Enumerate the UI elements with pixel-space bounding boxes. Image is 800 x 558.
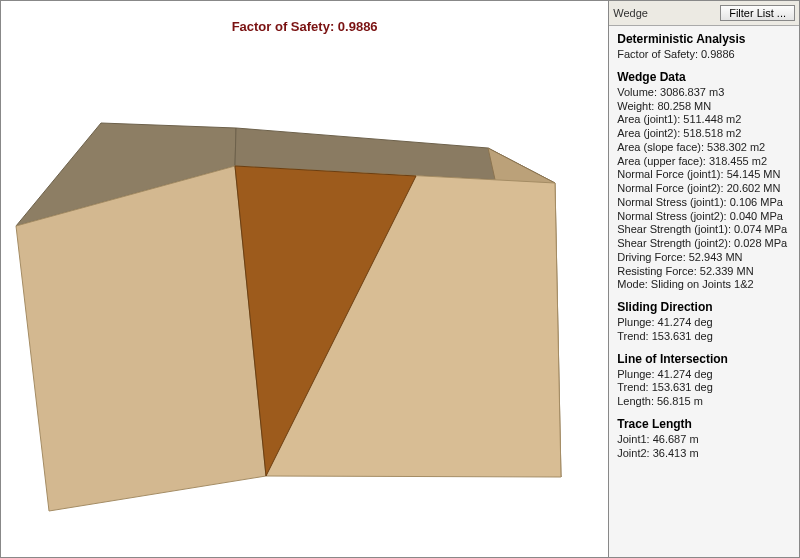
normal-force-joint2: Normal Force (joint2): 20.602 MN <box>617 182 793 196</box>
fos-value: Factor of Safety: 0.9886 <box>617 48 793 62</box>
info-panel-header: Wedge Filter List ... <box>609 1 799 26</box>
section-title-deterministic: Deterministic Analysis <box>617 32 793 47</box>
area-joint2: Area (joint2): 518.518 m2 <box>617 127 793 141</box>
trace-joint2: Joint2: 36.413 m <box>617 447 793 461</box>
normal-stress-joint1: Normal Stress (joint1): 0.106 MPa <box>617 196 793 210</box>
area-upper-face: Area (upper face): 318.455 m2 <box>617 155 793 169</box>
area-slope-face: Area (slope face): 538.302 m2 <box>617 141 793 155</box>
wedge-render <box>1 1 609 557</box>
shear-strength-joint1: Shear Strength (joint1): 0.074 MPa <box>617 223 793 237</box>
resisting-force: Resisting Force: 52.339 MN <box>617 265 793 279</box>
svg-marker-3 <box>16 166 266 511</box>
shear-strength-joint2: Shear Strength (joint2): 0.028 MPa <box>617 237 793 251</box>
area-joint1: Area (joint1): 511.448 m2 <box>617 113 793 127</box>
section-title-wedge-data: Wedge Data <box>617 70 793 85</box>
sliding-trend: Trend: 153.631 deg <box>617 330 793 344</box>
wedge-weight: Weight: 80.258 MN <box>617 100 793 114</box>
3d-viewport[interactable]: Factor of Safety: 0.9886 <box>1 1 609 557</box>
section-title-sliding-direction: Sliding Direction <box>617 300 793 315</box>
sliding-plunge: Plunge: 41.274 deg <box>617 316 793 330</box>
trace-joint1: Joint1: 46.687 m <box>617 433 793 447</box>
sliding-mode: Mode: Sliding on Joints 1&2 <box>617 278 793 292</box>
intersection-plunge: Plunge: 41.274 deg <box>617 368 793 382</box>
intersection-length: Length: 56.815 m <box>617 395 793 409</box>
section-title-trace-length: Trace Length <box>617 417 793 432</box>
wedge-volume: Volume: 3086.837 m3 <box>617 86 793 100</box>
normal-stress-joint2: Normal Stress (joint2): 0.040 MPa <box>617 210 793 224</box>
info-panel: Wedge Filter List ... Deterministic Anal… <box>609 1 799 557</box>
intersection-trend: Trend: 153.631 deg <box>617 381 793 395</box>
driving-force: Driving Force: 52.943 MN <box>617 251 793 265</box>
info-panel-body: Deterministic Analysis Factor of Safety:… <box>609 26 799 466</box>
app-window: Factor of Safety: 0.9886 Wedge Filter Li… <box>0 0 800 558</box>
normal-force-joint1: Normal Force (joint1): 54.145 MN <box>617 168 793 182</box>
filter-list-button[interactable]: Filter List ... <box>720 5 795 21</box>
panel-title: Wedge <box>613 7 714 19</box>
section-title-line-intersection: Line of Intersection <box>617 352 793 367</box>
